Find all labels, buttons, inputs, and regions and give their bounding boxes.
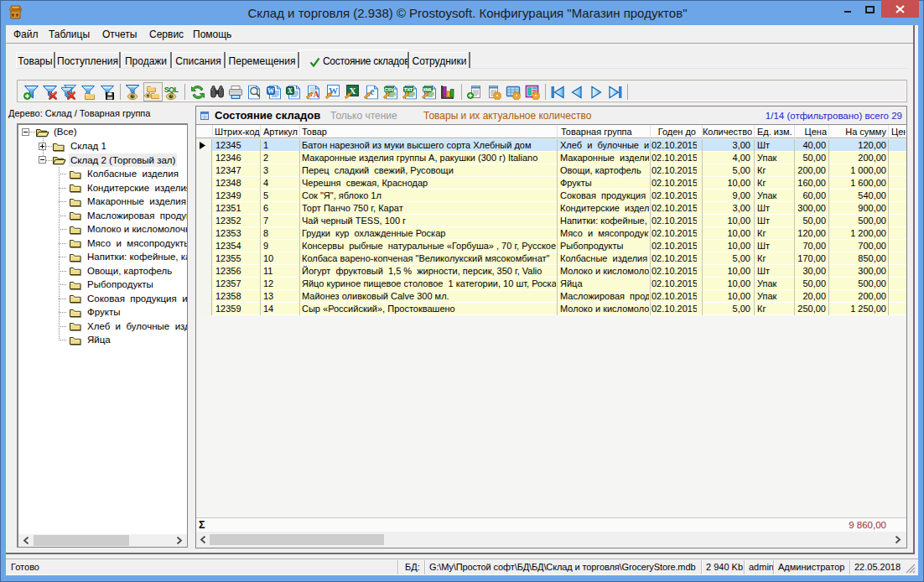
svg-text:CSV: CSV <box>384 87 394 92</box>
svg-text:XML: XML <box>423 87 433 92</box>
svg-text:A: A <box>313 90 319 99</box>
svg-text:W: W <box>267 87 274 95</box>
svg-text:SQL: SQL <box>164 86 179 94</box>
svg-text:TXT: TXT <box>404 87 413 92</box>
svg-text:X: X <box>288 87 293 95</box>
svg-text:e: e <box>370 86 375 97</box>
